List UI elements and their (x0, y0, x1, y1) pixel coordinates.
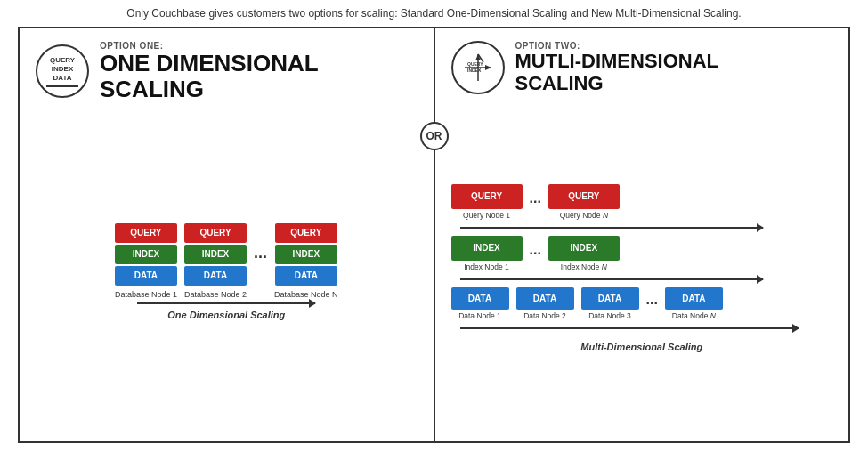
data-node-2: DATA Data Node 2 (516, 287, 574, 320)
data-nodes-row: DATA Data Node 1 DATA Data Node 2 DATA D… (451, 287, 833, 320)
query-dots: ··· (530, 194, 541, 210)
top-caption: Only Couchbase gives customers two optio… (0, 0, 868, 23)
multi-dimensional-area: QUERY Query Node 1 ··· QUERY Query Node … (451, 103, 833, 432)
data-arrow (460, 327, 833, 329)
data-node-1: DATA Data Node 1 (451, 287, 509, 320)
option-one-header: QUERYINDEXDATA OPTION ONE: ONE DIMENSION… (36, 41, 319, 101)
one-dimensional-nodes-area: QUERY INDEX DATA Database Node 1 QUERY I… (36, 110, 418, 432)
query-arrow (460, 227, 833, 229)
option-two-title: MUTLI-DIMENSIONAL SCALING (515, 51, 719, 93)
svg-marker-6 (485, 65, 491, 70)
data-dots: ··· (646, 295, 658, 311)
option-two-title-block: OPTION TWO: MUTLI-DIMENSIONAL SCALING (515, 41, 719, 93)
or-badge: OR (420, 122, 449, 150)
one-dim-arrow (36, 302, 418, 304)
database-node-n: QUERY INDEX DATA Database Node N (274, 223, 338, 299)
dots-separator: ··· (254, 248, 267, 267)
data-node-3: DATA Data Node 3 (581, 287, 639, 320)
query-node-n: QUERY Query Node N (548, 184, 620, 220)
crosshair-icon: QUERY INDEX (460, 50, 496, 85)
query-nodes-row: QUERY Query Node 1 ··· QUERY Query Node … (451, 184, 833, 220)
index-nodes-row: INDEX Index Node 1 ··· INDEX Index Node … (451, 236, 833, 271)
data-node-n: DATA Data Node N (665, 287, 723, 320)
svg-text:INDEX: INDEX (467, 68, 482, 73)
option-one-title-block: OPTION ONE: ONE DIMENSIONAL SCALING (100, 41, 319, 101)
option-two-icon: QUERY INDEX (451, 41, 505, 94)
svg-text:QUERY: QUERY (467, 61, 483, 67)
index-arrow (460, 278, 833, 280)
option-one-icon: QUERYINDEXDATA (36, 44, 89, 98)
option-two-header: QUERY INDEX OPTION TWO: MUTLI-DIMENSIONA… (451, 41, 719, 94)
nodes-row: QUERY INDEX DATA Database Node 1 QUERY I… (36, 223, 418, 299)
query-node-1: QUERY Query Node 1 (451, 184, 523, 220)
index-node-1: INDEX Index Node 1 (451, 236, 523, 271)
panel-multi-dimensional: QUERY INDEX OPTION TWO: MUTLI-DIMENSIONA… (435, 28, 849, 441)
panel-one-dimensional: QUERYINDEXDATA OPTION ONE: ONE DIMENSION… (20, 28, 435, 441)
database-node-2: QUERY INDEX DATA Database Node 2 (184, 223, 247, 299)
index-dots: ··· (530, 246, 541, 262)
one-dim-caption: One Dimensional Scaling (36, 310, 418, 320)
index-node-n: INDEX Index Node N (548, 236, 620, 271)
database-node-1: QUERY INDEX DATA Database Node 1 (115, 223, 177, 299)
multi-dim-caption: Multi-Dimensional Scaling (451, 342, 833, 352)
option-one-title: ONE DIMENSIONAL SCALING (100, 51, 319, 101)
